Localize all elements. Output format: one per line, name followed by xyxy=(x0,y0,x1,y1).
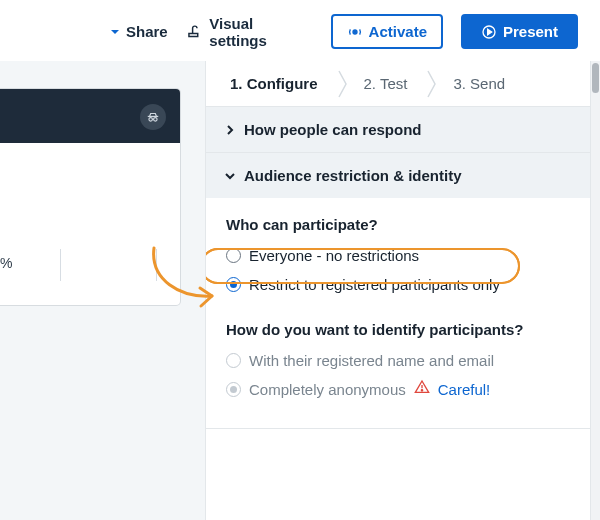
opt-anonymous[interactable]: Completely anonymous Careful! xyxy=(226,375,580,404)
opt-named-label: With their registered name and email xyxy=(249,350,494,371)
preview-pane: g new 37% xyxy=(0,61,205,520)
preview-card: g new 37% xyxy=(0,89,180,305)
section-respond-title: How people can respond xyxy=(244,121,422,138)
preview-slide-title: g new xyxy=(0,143,180,249)
section-respond-header[interactable]: How people can respond xyxy=(206,107,600,152)
q-participate: Who can participate? xyxy=(226,216,580,233)
section-audience: Audience restriction & identity Who can … xyxy=(206,153,600,429)
broadcast-icon xyxy=(347,24,363,40)
preview-bar-chart: 37% xyxy=(0,249,180,305)
section-audience-title: Audience restriction & identity xyxy=(244,167,462,184)
radio-anonymous[interactable] xyxy=(226,382,241,397)
step-send[interactable]: 3. Send xyxy=(439,61,523,106)
radio-restrict[interactable] xyxy=(226,277,241,292)
activate-button[interactable]: Activate xyxy=(331,14,443,49)
share-label: Share xyxy=(126,23,168,40)
radio-named[interactable] xyxy=(226,353,241,368)
opt-restrict-label: Restrict to registered participants only xyxy=(249,274,500,295)
top-toolbar: Share Visual settings Activate Present xyxy=(0,0,600,61)
config-pane: 1. Configure 2. Test 3. Send How people … xyxy=(205,61,600,520)
step-test[interactable]: 2. Test xyxy=(350,61,426,106)
step-configure[interactable]: 1. Configure xyxy=(216,61,336,106)
preview-slide-header xyxy=(0,89,180,143)
chevron-down-icon xyxy=(224,170,236,182)
opt-everyone[interactable]: Everyone - no restrictions xyxy=(226,241,580,270)
scrollbar-thumb[interactable] xyxy=(592,63,599,93)
opt-restrict[interactable]: Restrict to registered participants only xyxy=(226,270,580,299)
q-identify: How do you want to identify participants… xyxy=(226,321,580,338)
svg-point-5 xyxy=(421,390,422,391)
warning-icon xyxy=(414,379,430,400)
share-menu[interactable]: Share xyxy=(110,23,168,40)
chevron-right-icon xyxy=(224,124,236,136)
present-button[interactable]: Present xyxy=(461,14,578,49)
opt-anonymous-label: Completely anonymous xyxy=(249,379,406,400)
present-label: Present xyxy=(503,23,558,40)
play-circle-icon xyxy=(481,24,497,40)
visual-settings-label: Visual settings xyxy=(209,15,312,49)
visual-settings-button[interactable]: Visual settings xyxy=(186,15,313,49)
radio-everyone[interactable] xyxy=(226,248,241,263)
svg-point-0 xyxy=(353,30,357,34)
caret-down-icon xyxy=(110,27,120,37)
activate-label: Activate xyxy=(369,23,427,40)
careful-link[interactable]: Careful! xyxy=(438,379,491,400)
scrollbar[interactable] xyxy=(590,61,600,520)
section-audience-header[interactable]: Audience restriction & identity xyxy=(206,153,600,198)
section-audience-body: Who can participate? Everyone - no restr… xyxy=(206,198,600,428)
opt-everyone-label: Everyone - no restrictions xyxy=(249,245,419,266)
opt-named[interactable]: With their registered name and email xyxy=(226,346,580,375)
section-respond: How people can respond xyxy=(206,107,600,153)
chevron-right-icon xyxy=(336,61,350,106)
chevron-right-icon xyxy=(425,61,439,106)
incognito-icon xyxy=(140,104,166,130)
preview-bar-value: 37% xyxy=(0,255,12,271)
svg-point-2 xyxy=(149,118,153,122)
breadcrumb: 1. Configure 2. Test 3. Send xyxy=(206,61,600,107)
paint-icon xyxy=(186,23,204,41)
svg-point-3 xyxy=(154,118,158,122)
